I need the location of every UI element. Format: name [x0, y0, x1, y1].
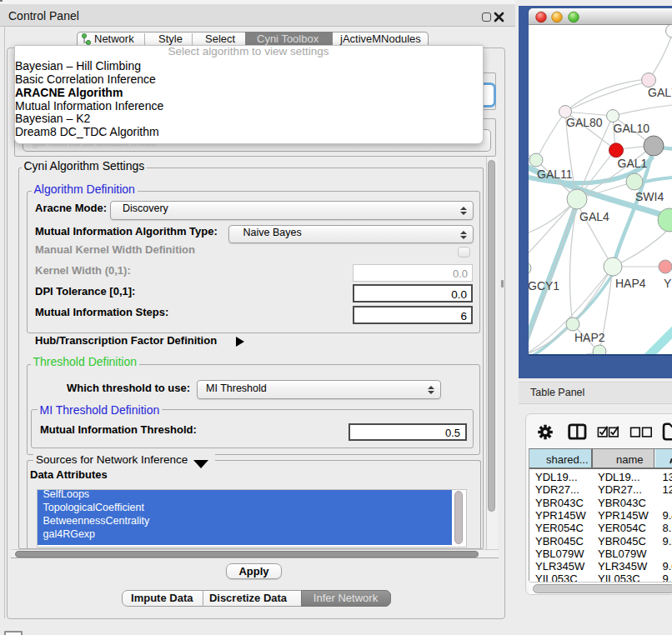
svg-text:GAL1: GAL1 — [618, 157, 648, 170]
svg-text:GAL80: GAL80 — [566, 116, 603, 129]
svg-text:GAL4: GAL4 — [579, 210, 609, 223]
svg-text:HAP4: HAP4 — [615, 277, 646, 290]
svg-text:HAP2: HAP2 — [574, 331, 605, 344]
svg-text:GAL7: GAL7 — [648, 86, 672, 99]
svg-text:GAL11: GAL11 — [537, 168, 573, 181]
svg-text:GCY1: GCY1 — [529, 279, 559, 292]
svg-text:Y: Y — [664, 277, 672, 290]
svg-text:SWI4: SWI4 — [635, 190, 664, 203]
svg-text:GAL10: GAL10 — [614, 122, 650, 135]
